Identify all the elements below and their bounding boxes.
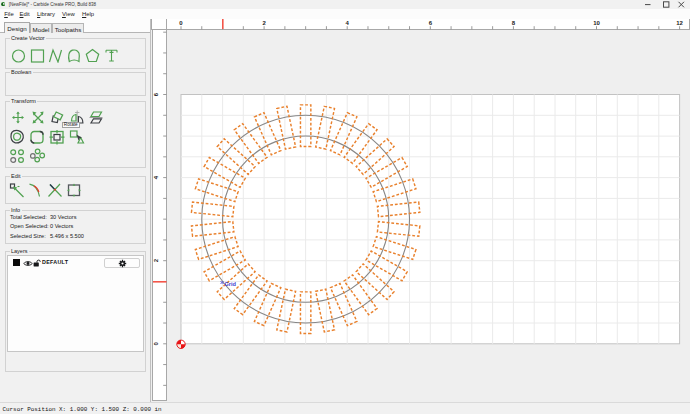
svg-text:12: 12 [676,20,683,26]
svg-text:Grid: Grid [225,281,237,287]
svg-text:10: 10 [593,20,600,26]
